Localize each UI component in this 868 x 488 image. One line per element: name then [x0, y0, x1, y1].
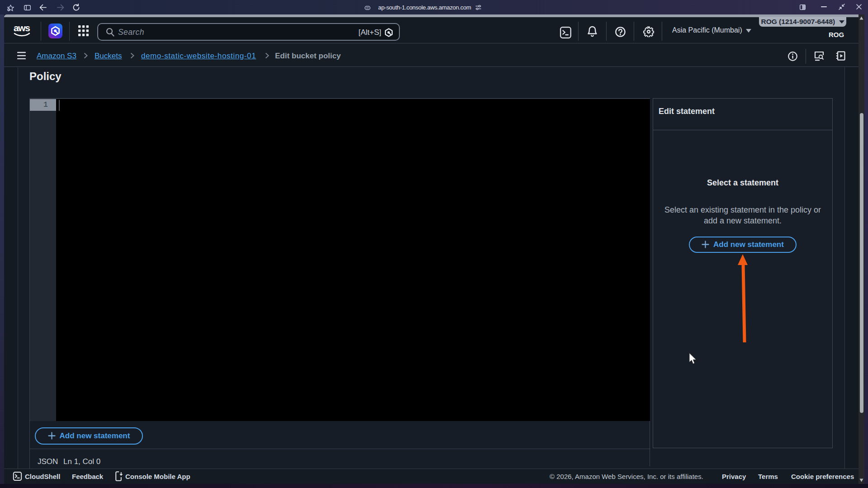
svg-text:aws: aws [14, 23, 30, 33]
